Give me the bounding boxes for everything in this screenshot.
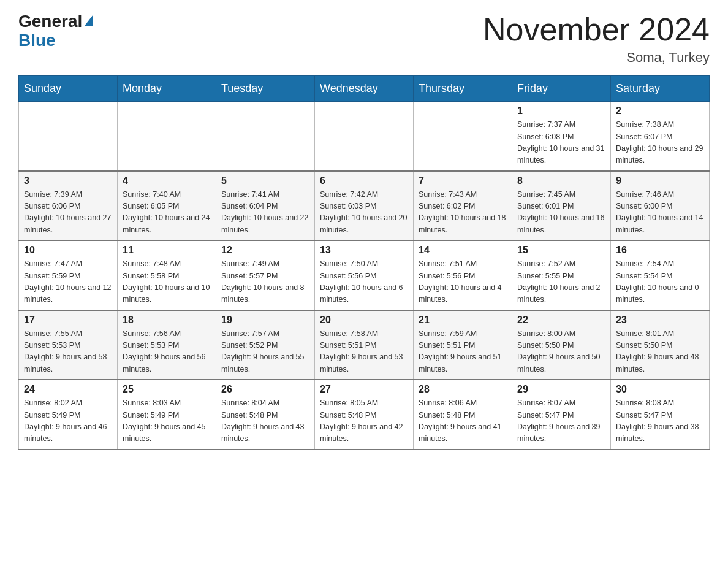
calendar-cell: 27Sunrise: 8:05 AMSunset: 5:48 PMDayligh… bbox=[315, 380, 414, 450]
calendar-header-row: SundayMondayTuesdayWednesdayThursdayFrid… bbox=[19, 76, 710, 102]
day-number: 19 bbox=[221, 315, 309, 326]
day-number: 8 bbox=[517, 175, 605, 186]
day-number: 30 bbox=[616, 384, 704, 395]
calendar-week-2: 3Sunrise: 7:39 AMSunset: 6:06 PMDaylight… bbox=[19, 171, 710, 241]
calendar-cell: 18Sunrise: 7:56 AMSunset: 5:53 PMDayligh… bbox=[118, 310, 216, 380]
day-info: Sunrise: 7:41 AMSunset: 6:04 PMDaylight:… bbox=[221, 189, 309, 237]
calendar-cell: 2Sunrise: 7:38 AMSunset: 6:07 PMDaylight… bbox=[611, 102, 710, 171]
day-info: Sunrise: 7:42 AMSunset: 6:03 PMDaylight:… bbox=[320, 189, 408, 237]
day-number: 7 bbox=[419, 175, 507, 186]
day-info: Sunrise: 7:37 AMSunset: 6:08 PMDaylight:… bbox=[517, 119, 605, 167]
calendar-cell: 23Sunrise: 8:01 AMSunset: 5:50 PMDayligh… bbox=[611, 310, 710, 380]
calendar-cell: 30Sunrise: 8:08 AMSunset: 5:47 PMDayligh… bbox=[611, 380, 710, 450]
day-info: Sunrise: 8:07 AMSunset: 5:47 PMDaylight:… bbox=[517, 397, 605, 445]
calendar-cell: 29Sunrise: 8:07 AMSunset: 5:47 PMDayligh… bbox=[512, 380, 611, 450]
logo-blue: Blue bbox=[18, 31, 56, 50]
calendar-week-1: 1Sunrise: 7:37 AMSunset: 6:08 PMDaylight… bbox=[19, 102, 710, 171]
calendar-week-3: 10Sunrise: 7:47 AMSunset: 5:59 PMDayligh… bbox=[19, 240, 710, 310]
calendar-week-5: 24Sunrise: 8:02 AMSunset: 5:49 PMDayligh… bbox=[19, 380, 710, 450]
day-number: 6 bbox=[320, 175, 408, 186]
day-info: Sunrise: 7:43 AMSunset: 6:02 PMDaylight:… bbox=[419, 189, 507, 237]
col-header-wednesday: Wednesday bbox=[315, 76, 414, 102]
calendar-cell: 24Sunrise: 8:02 AMSunset: 5:49 PMDayligh… bbox=[19, 380, 118, 450]
col-header-sunday: Sunday bbox=[19, 76, 118, 102]
day-number: 3 bbox=[24, 175, 112, 186]
day-info: Sunrise: 7:50 AMSunset: 5:56 PMDaylight:… bbox=[320, 258, 408, 306]
col-header-friday: Friday bbox=[512, 76, 611, 102]
day-number: 10 bbox=[24, 245, 112, 256]
calendar-cell: 15Sunrise: 7:52 AMSunset: 5:55 PMDayligh… bbox=[512, 240, 611, 310]
day-info: Sunrise: 7:39 AMSunset: 6:06 PMDaylight:… bbox=[24, 189, 112, 237]
day-info: Sunrise: 7:59 AMSunset: 5:51 PMDaylight:… bbox=[419, 328, 507, 376]
location-title: Soma, Turkey bbox=[483, 50, 710, 66]
day-number: 29 bbox=[517, 384, 605, 395]
calendar-body: 1Sunrise: 7:37 AMSunset: 6:08 PMDaylight… bbox=[19, 102, 710, 450]
calendar-cell bbox=[118, 102, 216, 171]
day-number: 18 bbox=[123, 315, 211, 326]
month-title: November 2024 bbox=[483, 12, 710, 47]
calendar-cell: 13Sunrise: 7:50 AMSunset: 5:56 PMDayligh… bbox=[315, 240, 414, 310]
day-number: 26 bbox=[221, 384, 309, 395]
col-header-tuesday: Tuesday bbox=[216, 76, 315, 102]
calendar-cell bbox=[315, 102, 414, 171]
day-number: 23 bbox=[616, 315, 704, 326]
calendar-cell: 1Sunrise: 7:37 AMSunset: 6:08 PMDaylight… bbox=[512, 102, 611, 171]
calendar-cell: 16Sunrise: 7:54 AMSunset: 5:54 PMDayligh… bbox=[611, 240, 710, 310]
day-info: Sunrise: 7:55 AMSunset: 5:53 PMDaylight:… bbox=[24, 328, 112, 376]
day-info: Sunrise: 7:46 AMSunset: 6:00 PMDaylight:… bbox=[616, 189, 704, 237]
calendar-cell: 26Sunrise: 8:04 AMSunset: 5:48 PMDayligh… bbox=[216, 380, 315, 450]
day-info: Sunrise: 7:40 AMSunset: 6:05 PMDaylight:… bbox=[123, 189, 211, 237]
calendar-cell: 20Sunrise: 7:58 AMSunset: 5:51 PMDayligh… bbox=[315, 310, 414, 380]
day-number: 5 bbox=[221, 175, 309, 186]
col-header-monday: Monday bbox=[118, 76, 216, 102]
day-info: Sunrise: 7:57 AMSunset: 5:52 PMDaylight:… bbox=[221, 328, 309, 376]
day-info: Sunrise: 8:06 AMSunset: 5:48 PMDaylight:… bbox=[419, 397, 507, 445]
calendar-week-4: 17Sunrise: 7:55 AMSunset: 5:53 PMDayligh… bbox=[19, 310, 710, 380]
calendar-cell: 22Sunrise: 8:00 AMSunset: 5:50 PMDayligh… bbox=[512, 310, 611, 380]
day-info: Sunrise: 7:54 AMSunset: 5:54 PMDaylight:… bbox=[616, 258, 704, 306]
calendar-cell: 3Sunrise: 7:39 AMSunset: 6:06 PMDaylight… bbox=[19, 171, 118, 241]
day-number: 21 bbox=[419, 315, 507, 326]
day-info: Sunrise: 8:05 AMSunset: 5:48 PMDaylight:… bbox=[320, 397, 408, 445]
calendar-cell: 25Sunrise: 8:03 AMSunset: 5:49 PMDayligh… bbox=[118, 380, 216, 450]
title-area: November 2024 Soma, Turkey bbox=[483, 12, 710, 66]
day-info: Sunrise: 7:56 AMSunset: 5:53 PMDaylight:… bbox=[123, 328, 211, 376]
day-info: Sunrise: 8:01 AMSunset: 5:50 PMDaylight:… bbox=[616, 328, 704, 376]
calendar-cell: 28Sunrise: 8:06 AMSunset: 5:48 PMDayligh… bbox=[414, 380, 512, 450]
day-info: Sunrise: 7:52 AMSunset: 5:55 PMDaylight:… bbox=[517, 258, 605, 306]
day-number: 14 bbox=[419, 245, 507, 256]
day-number: 15 bbox=[517, 245, 605, 256]
calendar-cell: 7Sunrise: 7:43 AMSunset: 6:02 PMDaylight… bbox=[414, 171, 512, 241]
day-number: 22 bbox=[517, 315, 605, 326]
logo-general: General bbox=[18, 12, 82, 31]
calendar-cell: 6Sunrise: 7:42 AMSunset: 6:03 PMDaylight… bbox=[315, 171, 414, 241]
day-info: Sunrise: 7:49 AMSunset: 5:57 PMDaylight:… bbox=[221, 258, 309, 306]
calendar-cell: 12Sunrise: 7:49 AMSunset: 5:57 PMDayligh… bbox=[216, 240, 315, 310]
day-info: Sunrise: 8:02 AMSunset: 5:49 PMDaylight:… bbox=[24, 397, 112, 445]
logo-triangle-icon bbox=[85, 15, 93, 26]
day-info: Sunrise: 8:00 AMSunset: 5:50 PMDaylight:… bbox=[517, 328, 605, 376]
calendar-cell: 17Sunrise: 7:55 AMSunset: 5:53 PMDayligh… bbox=[19, 310, 118, 380]
day-info: Sunrise: 8:04 AMSunset: 5:48 PMDaylight:… bbox=[221, 397, 309, 445]
calendar-table: SundayMondayTuesdayWednesdayThursdayFrid… bbox=[18, 75, 710, 450]
day-number: 17 bbox=[24, 315, 112, 326]
day-number: 9 bbox=[616, 175, 704, 186]
day-info: Sunrise: 7:48 AMSunset: 5:58 PMDaylight:… bbox=[123, 258, 211, 306]
day-info: Sunrise: 7:51 AMSunset: 5:56 PMDaylight:… bbox=[419, 258, 507, 306]
day-number: 12 bbox=[221, 245, 309, 256]
calendar-cell: 21Sunrise: 7:59 AMSunset: 5:51 PMDayligh… bbox=[414, 310, 512, 380]
col-header-saturday: Saturday bbox=[611, 76, 710, 102]
day-info: Sunrise: 8:03 AMSunset: 5:49 PMDaylight:… bbox=[123, 397, 211, 445]
day-info: Sunrise: 7:38 AMSunset: 6:07 PMDaylight:… bbox=[616, 119, 704, 167]
day-number: 13 bbox=[320, 245, 408, 256]
day-number: 16 bbox=[616, 245, 704, 256]
day-number: 2 bbox=[616, 105, 704, 117]
day-number: 24 bbox=[24, 384, 112, 395]
logo: General Blue bbox=[18, 12, 93, 50]
day-number: 4 bbox=[123, 175, 211, 186]
calendar-cell: 10Sunrise: 7:47 AMSunset: 5:59 PMDayligh… bbox=[19, 240, 118, 310]
calendar-cell bbox=[414, 102, 512, 171]
calendar-cell bbox=[216, 102, 315, 171]
col-header-thursday: Thursday bbox=[414, 76, 512, 102]
calendar-cell: 9Sunrise: 7:46 AMSunset: 6:00 PMDaylight… bbox=[611, 171, 710, 241]
